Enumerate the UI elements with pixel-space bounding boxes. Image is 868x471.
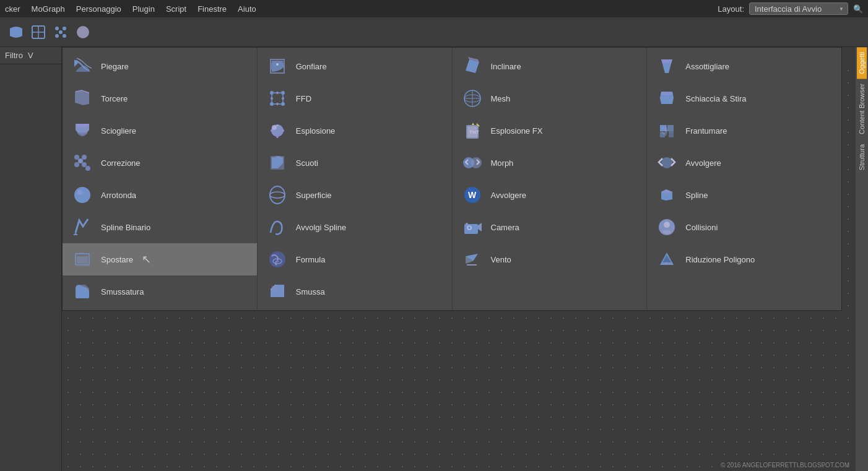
svg-point-6	[63, 34, 66, 38]
menu-item-esplosione[interactable]: Esplosione	[258, 115, 452, 147]
formula-label: Formula	[296, 255, 326, 264]
menu-item-collisioni[interactable]: Collisioni	[647, 211, 841, 243]
toolbar-icon-2[interactable]	[27, 21, 50, 43]
svg-point-20	[270, 91, 274, 95]
menu-plugin[interactable]: Plugin	[132, 4, 155, 14]
sciogliere-icon	[70, 118, 95, 143]
menu-item-vento[interactable]: Vento	[453, 243, 647, 275]
menu-item-ffd[interactable]: FFD	[258, 82, 452, 115]
svg-point-13	[78, 158, 83, 163]
avvolgi-spline-icon	[265, 215, 290, 240]
menu-item-spline-binario[interactable]: Spline Binario	[63, 211, 257, 243]
menu-finestre[interactable]: Finestre	[197, 4, 227, 14]
dropdown-col-4: Assottigliare Schiaccia & Stira	[647, 48, 841, 310]
morph-label: Morph	[491, 158, 514, 168]
sciogliere-label: Sciogliere	[101, 126, 136, 136]
toolbar-icon-4[interactable]	[72, 21, 94, 43]
svg-point-18	[276, 63, 279, 66]
svg-point-26	[271, 97, 273, 100]
formula-icon	[265, 247, 290, 272]
mesh-label: Mesh	[491, 94, 511, 103]
menu-item-correzione[interactable]: Correzione	[63, 147, 257, 179]
cursor-icon: ↖	[142, 253, 151, 266]
spline-label: Spline	[685, 191, 708, 200]
menu-item-scuoti[interactable]: Scuoti	[258, 147, 452, 179]
toolbar-icon-1[interactable]	[5, 21, 27, 43]
svg-rect-56	[667, 125, 674, 131]
collisioni-icon	[654, 215, 679, 240]
smussa-label: Smussa	[296, 287, 325, 296]
vento-label: Vento	[491, 255, 511, 264]
arrotonda-icon	[70, 183, 95, 207]
menu-item-smussatura[interactable]: Smussatura	[63, 275, 257, 308]
svg-point-14	[85, 166, 90, 171]
assottigliare-icon	[654, 54, 679, 79]
menu-aiuto[interactable]: Aiuto	[238, 4, 256, 14]
svg-point-23	[281, 102, 285, 106]
menu-item-avvolgere[interactable]: W Avvolgere	[453, 179, 647, 211]
svg-point-29	[272, 125, 277, 130]
menu-item-inclinare[interactable]: Inclinare	[453, 50, 647, 82]
search-icon[interactable]: 🔍	[853, 4, 863, 14]
dropdown-col-3: Inclinare Mesh TNT	[453, 48, 648, 310]
menu-item-mesh[interactable]: Mesh	[453, 82, 647, 115]
svg-rect-19	[272, 93, 283, 104]
tab-struttura[interactable]: Struttura	[857, 139, 867, 175]
svg-point-9	[74, 155, 79, 160]
top-menubar: cker MoGraph Personaggio Plugin Script F…	[0, 0, 868, 17]
smussatura-label: Smussatura	[101, 287, 144, 296]
left-panel: Filtro V	[0, 47, 62, 471]
menu-item-arrotonda[interactable]: Arrotonda	[63, 179, 257, 211]
dropdown-col-1: Piegare Torcere S	[63, 48, 258, 310]
avvolgere2-label: Avvolgere	[685, 158, 721, 168]
layout-dropdown[interactable]: Interfaccia di Avvio	[749, 2, 848, 15]
menu-cker[interactable]: cker	[5, 4, 20, 14]
svg-text:W: W	[468, 190, 477, 200]
menu-item-assottigliare[interactable]: Assottigliare	[647, 50, 841, 82]
piegare-icon	[70, 54, 95, 79]
ffd-label: FFD	[296, 94, 311, 103]
menu-item-piegare[interactable]: Piegare	[63, 50, 257, 82]
svg-point-53	[466, 223, 468, 225]
tab-oggetti[interactable]: Oggetti	[857, 47, 867, 79]
piegare-label: Piegare	[101, 62, 129, 71]
svg-point-47	[471, 157, 482, 168]
menu-item-gonfiare[interactable]: Gonfiare	[258, 50, 452, 82]
menu-item-sciogliere[interactable]: Sciogliere	[63, 115, 257, 147]
schiaccia-stira-icon	[654, 86, 679, 111]
menu-item-schiaccia-stira[interactable]: Schiaccia & Stira	[647, 82, 841, 115]
svg-text:TNT: TNT	[469, 129, 479, 135]
menu-item-superficie[interactable]: Superficie	[258, 179, 452, 211]
svg-point-3	[55, 27, 59, 30]
svg-point-31	[282, 129, 284, 132]
spline-binario-label: Spline Binario	[101, 223, 150, 232]
tab-content-browser[interactable]: Content Browser	[857, 79, 867, 139]
menu-item-avvolgere2[interactable]: Avvolgere	[647, 147, 841, 179]
menu-item-formula[interactable]: Formula	[258, 243, 452, 275]
gonfiare-label: Gonfiare	[296, 62, 327, 71]
menu-item-avvolgi-spline[interactable]: Avvolgi Spline	[258, 211, 452, 243]
scuoti-icon	[265, 150, 290, 175]
svg-point-22	[270, 102, 274, 106]
main-toolbar	[0, 17, 868, 47]
menu-item-spostare[interactable]: Spostare ↖	[63, 243, 257, 275]
esplosione-fx-icon: TNT	[460, 118, 485, 143]
menu-item-riduzione-poligono[interactable]: Riduzione Poligono	[647, 243, 841, 275]
menu-item-spline[interactable]: Spline	[647, 179, 841, 211]
svg-point-21	[281, 91, 285, 95]
vento-icon	[460, 247, 485, 272]
menu-personaggio[interactable]: Personaggio	[76, 4, 121, 14]
menu-mograph[interactable]: MoGraph	[32, 4, 65, 14]
menu-item-morph[interactable]: Morph	[453, 147, 647, 179]
menu-item-camera[interactable]: Camera	[453, 211, 647, 243]
menu-item-torcere[interactable]: Torcere	[63, 82, 257, 115]
esplosione-label: Esplosione	[296, 126, 336, 136]
menu-item-frantumare[interactable]: Frantumare	[647, 115, 841, 147]
menu-item-esplosione-fx[interactable]: TNT Esplosione FX	[453, 115, 647, 147]
smussatura-icon	[70, 279, 95, 304]
menu-script[interactable]: Script	[166, 4, 186, 14]
svg-point-4	[63, 27, 66, 30]
toolbar-icon-3[interactable]	[50, 21, 72, 43]
menu-item-smussa[interactable]: Smussa	[258, 275, 452, 308]
scuoti-label: Scuoti	[296, 158, 318, 168]
